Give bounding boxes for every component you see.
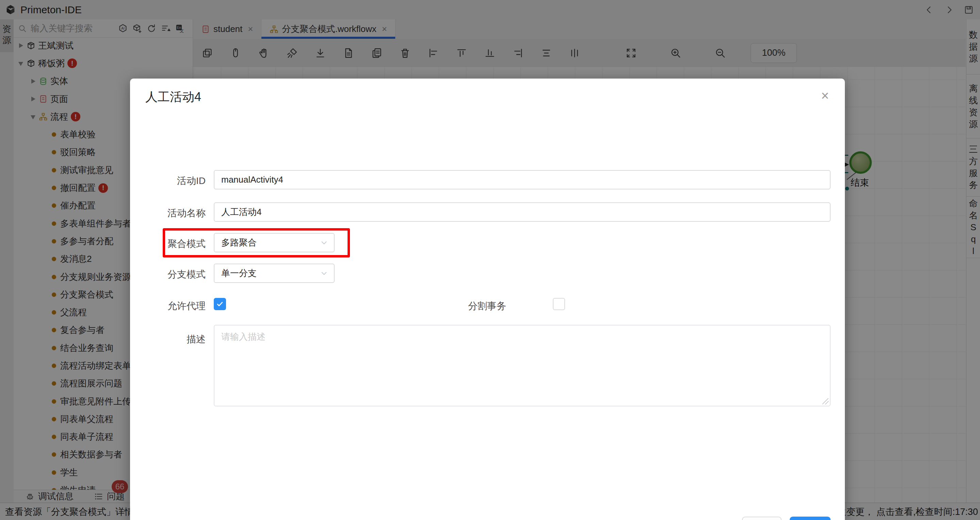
activity-name-label: 活动名称 <box>130 207 205 220</box>
activity-name-input[interactable]: 人工活动4 <box>214 202 830 222</box>
branch-mode-value: 单一分支 <box>221 267 257 279</box>
allow-proxy-label: 允许代理 <box>130 300 205 312</box>
confirm-button[interactable] <box>790 517 830 520</box>
dialog-tabs <box>148 139 406 144</box>
aggregation-mode-select[interactable]: 多路聚合 <box>214 233 335 252</box>
activity-properties-dialog: 人工活动4 × 活动ID manualActivity4 活动名称 人工活动4 … <box>130 79 845 520</box>
cancel-button[interactable] <box>742 517 781 520</box>
chevron-down-icon <box>320 238 328 247</box>
dialog-title: 人工活动4 <box>145 89 201 105</box>
description-placeholder: 请输入描述 <box>221 331 266 343</box>
branch-mode-select[interactable]: 单一分支 <box>214 263 335 283</box>
split-transaction-checkbox[interactable] <box>553 298 565 310</box>
activity-id-input[interactable]: manualActivity4 <box>214 170 830 189</box>
description-textarea[interactable]: 请输入描述 <box>214 325 830 406</box>
dialog-close-icon[interactable]: × <box>821 89 829 102</box>
allow-proxy-checkbox[interactable] <box>214 298 226 310</box>
check-icon <box>216 300 224 308</box>
activity-id-label: 活动ID <box>130 174 205 187</box>
aggregation-mode-value: 多路聚合 <box>221 237 257 249</box>
aggregation-mode-label: 聚合模式 <box>130 238 205 250</box>
resize-grip-icon[interactable] <box>822 398 829 404</box>
chevron-down-icon <box>320 269 328 278</box>
split-transaction-label: 分割事务 <box>431 300 506 312</box>
branch-mode-label: 分支模式 <box>130 268 205 281</box>
primeton-ide-window: Primeton-IDE 资源 输入关键字搜索 AI En文 <box>0 0 980 520</box>
description-label: 描述 <box>130 333 205 346</box>
